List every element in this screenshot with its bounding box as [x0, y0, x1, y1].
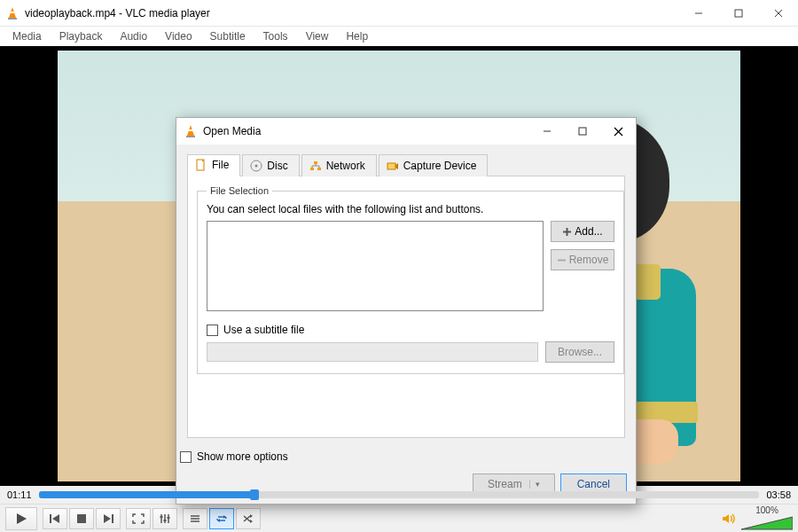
file-icon	[195, 159, 207, 171]
add-button[interactable]: Add...	[551, 221, 614, 242]
chevron-down-icon[interactable]: ▾	[529, 480, 540, 489]
svg-rect-18	[310, 168, 314, 170]
svg-point-17	[255, 164, 258, 167]
svg-marker-32	[52, 514, 59, 523]
svg-rect-9	[186, 136, 195, 137]
playlist-button[interactable]	[183, 508, 207, 529]
dialog-minimize-button[interactable]	[529, 118, 565, 145]
capture-icon	[387, 160, 399, 172]
tab-capture-device-label: Capture Device	[403, 160, 477, 172]
dialog-close-button[interactable]	[600, 118, 636, 145]
loop-button[interactable]	[209, 508, 234, 529]
menu-view[interactable]: View	[299, 28, 336, 44]
svg-rect-8	[188, 129, 193, 131]
open-media-dialog: Open Media File Disc Network	[176, 117, 637, 505]
vlc-logo-icon	[184, 124, 198, 138]
subtitle-path-field	[207, 342, 538, 362]
svg-rect-19	[317, 168, 321, 170]
extended-settings-button[interactable]	[153, 508, 177, 529]
menu-playback[interactable]: Playback	[52, 28, 110, 44]
menubar: Media Playback Audio Video Subtitle Tool…	[0, 27, 798, 46]
svg-marker-47	[250, 514, 253, 518]
svg-rect-4	[735, 10, 742, 17]
remove-button-label: Remove	[569, 254, 609, 266]
tab-disc[interactable]: Disc	[242, 154, 299, 176]
network-icon	[309, 160, 322, 172]
svg-marker-30	[17, 513, 27, 524]
dialog-tabs: File Disc Network Capture Device	[187, 153, 625, 176]
svg-rect-33	[77, 514, 86, 523]
stream-button-label: Stream	[488, 478, 522, 490]
file-list[interactable]	[207, 221, 544, 311]
menu-media[interactable]: Media	[5, 28, 49, 44]
menu-subtitle[interactable]: Subtitle	[203, 28, 253, 44]
use-subtitle-label: Use a subtitle file	[223, 324, 304, 336]
next-button[interactable]	[96, 508, 121, 529]
shuffle-button[interactable]	[236, 508, 261, 529]
total-time[interactable]: 03:58	[766, 489, 791, 500]
svg-rect-11	[579, 128, 586, 135]
menu-video[interactable]: Video	[158, 28, 199, 44]
dialog-title: Open Media	[203, 125, 529, 137]
cancel-button-label: Cancel	[577, 478, 610, 490]
tab-network-label: Network	[326, 160, 365, 172]
window-maximize-button[interactable]	[718, 0, 758, 27]
seek-fill	[39, 491, 255, 498]
window-close-button[interactable]	[758, 0, 798, 27]
volume-slider[interactable]	[741, 515, 793, 531]
volume-percent-label: 100%	[741, 505, 793, 515]
plus-icon	[562, 227, 572, 237]
tab-file[interactable]: File	[187, 154, 240, 176]
tab-disc-label: Disc	[267, 160, 287, 172]
svg-marker-50	[741, 517, 793, 529]
app-titlebar: videoplayback.mp4 - VLC media player	[0, 0, 798, 27]
minus-icon	[557, 255, 567, 265]
vlc-logo-icon	[5, 6, 20, 20]
browse-button[interactable]: Browse...	[545, 341, 614, 363]
file-selection-legend: File Selection	[207, 185, 272, 196]
menu-audio[interactable]: Audio	[113, 28, 154, 44]
seek-knob[interactable]	[250, 489, 259, 500]
tab-network[interactable]: Network	[301, 154, 377, 176]
show-more-options-checkbox[interactable]	[180, 451, 192, 463]
elapsed-time[interactable]: 01:11	[7, 489, 32, 500]
remove-button[interactable]: Remove	[551, 249, 614, 270]
disc-icon	[250, 160, 262, 172]
svg-marker-34	[104, 514, 111, 523]
window-minimize-button[interactable]	[678, 0, 718, 27]
stop-button[interactable]	[69, 508, 94, 529]
svg-rect-25	[387, 163, 395, 169]
file-selection-group: File Selection You can select local file…	[197, 185, 624, 374]
fullscreen-button[interactable]	[126, 508, 151, 529]
previous-button[interactable]	[43, 508, 67, 529]
dialog-maximize-button[interactable]	[565, 118, 600, 145]
svg-rect-20	[314, 161, 317, 164]
speaker-icon[interactable]	[722, 512, 738, 525]
svg-rect-35	[112, 514, 113, 523]
tab-file-label: File	[212, 159, 229, 171]
svg-rect-41	[168, 517, 170, 519]
seek-slider[interactable]	[39, 491, 760, 498]
browse-button-label: Browse...	[558, 346, 602, 358]
play-button[interactable]	[5, 507, 37, 530]
use-subtitle-checkbox[interactable]	[207, 325, 218, 336]
dialog-titlebar[interactable]: Open Media	[176, 118, 636, 145]
tab-capture-device[interactable]: Capture Device	[379, 154, 489, 176]
volume-control: 100%	[722, 505, 793, 531]
show-more-options-label: Show more options	[197, 450, 288, 463]
window-title: videoplayback.mp4 - VLC media player	[25, 7, 678, 20]
svg-marker-48	[250, 520, 253, 523]
add-button-label: Add...	[575, 225, 602, 238]
menu-tools[interactable]: Tools	[256, 28, 295, 44]
svg-rect-2	[8, 18, 17, 20]
svg-marker-49	[723, 514, 729, 523]
video-area[interactable]: Open Media File Disc Network	[0, 46, 798, 486]
svg-rect-40	[164, 520, 167, 521]
svg-rect-1	[10, 12, 15, 13]
file-selection-hint: You can select local files with the foll…	[207, 203, 614, 215]
svg-rect-39	[160, 516, 163, 518]
controls-bar: 100%	[0, 504, 798, 532]
svg-rect-31	[50, 514, 51, 523]
menu-help[interactable]: Help	[339, 28, 375, 44]
